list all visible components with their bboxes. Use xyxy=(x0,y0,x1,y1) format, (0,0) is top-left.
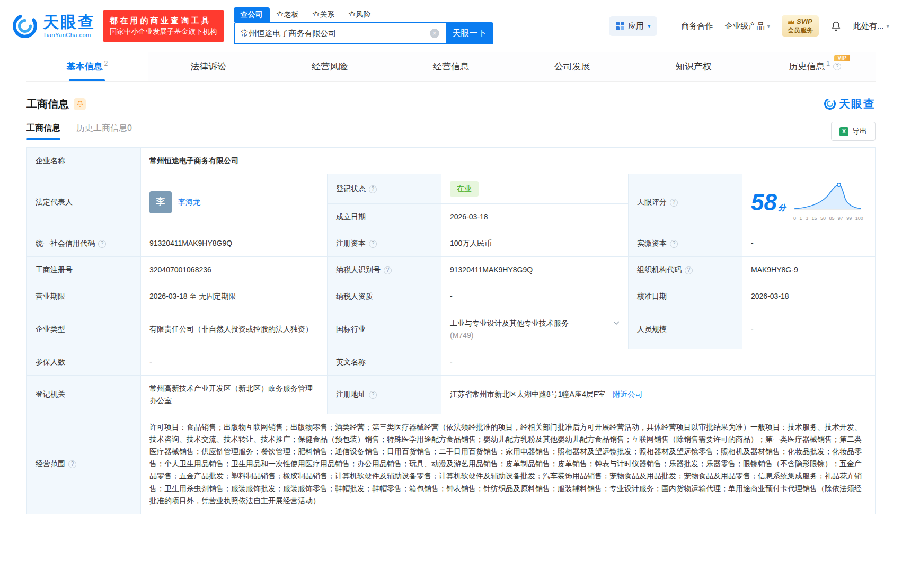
field-label-taxpayer-id: 纳税人识别号? xyxy=(328,257,441,283)
search-area: 查公司 查老板 查关系 查风险 × 天眼一下 xyxy=(234,7,493,44)
tab-label: 基本信息 xyxy=(67,60,103,73)
row-credit-capital: 统一社会信用代码? 91320411MAK9HY8G9Q 注册资本? 100万人… xyxy=(27,230,876,257)
search-tab-relation[interactable]: 查关系 xyxy=(306,7,342,22)
svg-text:X: X xyxy=(842,129,846,135)
label-text: 登记状态 xyxy=(336,184,366,193)
field-label-taxpayer-quality: 纳税人资质 xyxy=(328,283,441,310)
tab-intellectual-property[interactable]: 知识产权 xyxy=(633,52,754,81)
subscribe-bell-button[interactable] xyxy=(74,98,86,110)
help-icon[interactable]: ? xyxy=(384,266,392,274)
help-icon[interactable]: ? xyxy=(670,199,678,207)
legal-rep-link[interactable]: 李海龙 xyxy=(178,196,200,208)
business-scope-value: 许可项目：食品销售；出版物互联网销售；出版物零售；酒类经营；第三类医疗器械经营（… xyxy=(141,414,876,514)
chevron-down-icon[interactable] xyxy=(613,321,620,325)
field-label-paid-capital: 实缴资本? xyxy=(629,230,742,257)
help-icon[interactable]: ? xyxy=(369,185,377,193)
notification-bell-button[interactable] xyxy=(830,21,842,32)
tab-operation-risk[interactable]: 经营风险 xyxy=(269,52,391,81)
business-term-value: 2026-03-18 至 无固定期限 xyxy=(141,283,328,310)
field-label-approval-date: 核准日期 xyxy=(629,283,742,310)
field-label-reg-address: 注册地址? xyxy=(328,375,441,414)
search-tab-boss[interactable]: 查老板 xyxy=(270,7,306,22)
staff-size-value: - xyxy=(742,310,876,349)
tianyancha-logo-icon xyxy=(12,13,38,39)
menu-enterprise-products[interactable]: 企业级产品 ▾ xyxy=(724,21,770,31)
field-label-business-term: 营业期限 xyxy=(27,283,141,310)
top-header: 天眼查 TianYanCha.com 都 在 用 的 商 业 查 询 工 具 国… xyxy=(0,0,902,52)
reg-authority-value: 常州高新技术产业开发区（新北区）政务服务管理办公室 xyxy=(141,375,328,414)
help-icon[interactable]: ? xyxy=(369,240,377,248)
grid-icon xyxy=(616,22,624,30)
row-term-approval: 营业期限 2026-03-18 至 无固定期限 纳税人资质 - 核准日期 202… xyxy=(27,283,876,310)
field-label-business-scope: 经营范围? xyxy=(27,414,141,514)
help-icon[interactable]: ? xyxy=(833,63,841,70)
label-text: 人员规模 xyxy=(637,325,667,333)
promo-line2: 国家中小企业发展子基金旗下机构 xyxy=(110,26,217,38)
label-text: 英文名称 xyxy=(336,358,366,366)
taxpayer-quality-value: - xyxy=(441,283,629,310)
search-tabs: 查公司 查老板 查关系 查风险 xyxy=(234,7,493,22)
subtab-history-business-info[interactable]: 历史工商信息0 xyxy=(76,123,132,140)
caret-down-icon: ▾ xyxy=(767,23,770,30)
reg-address-value: 江苏省常州市新北区太湖中路8号1幢A座4层F室 xyxy=(450,390,605,398)
logo-text: 天眼查 TianYanCha.com xyxy=(43,14,95,38)
promo-banner: 都 在 用 的 商 业 查 询 工 具 国家中小企业发展子基金旗下机构 xyxy=(103,10,224,42)
tab-label: 经营风险 xyxy=(312,60,348,73)
field-label-company-name: 企业名称 xyxy=(27,148,141,174)
help-icon[interactable]: ? xyxy=(68,460,76,468)
cooperation-label: 商务合作 xyxy=(681,21,713,31)
nearby-companies-link[interactable]: 附近公司 xyxy=(613,390,642,398)
row-business-scope: 经营范围? 许可项目：食品销售；出版物互联网销售；出版物零售；酒类经营；第三类医… xyxy=(27,414,876,514)
tab-basic-info[interactable]: 基本信息 2 xyxy=(26,52,148,81)
search-tab-risk[interactable]: 查风险 xyxy=(342,7,378,22)
vip-tag: VIP xyxy=(834,55,850,61)
label-text: 营业期限 xyxy=(36,292,65,300)
field-label-staff-size: 人员规模 xyxy=(629,310,742,349)
logo-en: TianYanCha.com xyxy=(43,32,95,38)
field-label-reg-status: 登记状态? xyxy=(328,174,441,204)
logo-cn: 天眼查 xyxy=(43,14,95,30)
enterprise-label: 企业级产品 xyxy=(724,21,764,31)
search-button[interactable]: 天眼一下 xyxy=(446,22,493,44)
search-input[interactable] xyxy=(241,29,430,38)
search-input-wrap: × xyxy=(234,22,446,44)
user-account-menu[interactable]: 此处有... ▾ xyxy=(853,21,889,31)
tab-operation-info[interactable]: 经营信息 xyxy=(391,52,512,81)
help-icon[interactable]: ? xyxy=(685,266,693,274)
credit-code-value: 91320411MAK9HY8G9Q xyxy=(141,230,328,257)
row-type-industry: 企业类型 有限责任公司（非自然人投资或控股的法人独资） 国标行业 工业与专业设计… xyxy=(27,310,876,349)
help-icon[interactable]: ? xyxy=(369,391,377,399)
help-icon[interactable]: ? xyxy=(98,240,106,248)
help-icon[interactable]: ? xyxy=(670,240,678,248)
clear-icon[interactable]: × xyxy=(430,29,439,38)
score-curve-icon xyxy=(793,182,862,210)
bell-icon xyxy=(830,21,842,32)
subtab-business-info[interactable]: 工商信息 xyxy=(26,123,60,140)
search-tab-company[interactable]: 查公司 xyxy=(234,7,270,22)
field-label-reg-authority: 登记机关 xyxy=(27,375,141,414)
export-button[interactable]: X 导出 xyxy=(831,122,876,141)
tianyancha-logo[interactable]: 天眼查 TianYanCha.com xyxy=(12,13,95,39)
paid-capital-value: - xyxy=(742,230,876,257)
tab-legal-litigation[interactable]: 法律诉讼 xyxy=(148,52,269,81)
label-text: 纳税人识别号 xyxy=(336,265,381,274)
score-chart: 0 1 3 15 50 85 97 99 100 xyxy=(793,182,863,222)
tab-company-development[interactable]: 公司发展 xyxy=(511,52,633,81)
label-text: 经营范围 xyxy=(36,459,65,468)
score-value: 58分 xyxy=(751,191,786,214)
reg-status-cell: 在业 xyxy=(441,174,629,204)
label-text: 参保人数 xyxy=(36,358,65,366)
tab-count-badge: 2 xyxy=(104,60,108,67)
menu-cooperation[interactable]: 商务合作 xyxy=(681,21,713,31)
row-legal-rep-status: 法定代表人 李 李海龙 登记状态? 在业 天眼评分? 58分 xyxy=(27,174,876,204)
label-text: 统一社会信用代码 xyxy=(36,239,95,247)
apps-button[interactable]: 应用 ▾ xyxy=(609,16,658,36)
business-info-table: 企业名称 常州恒途电子商务有限公司 法定代表人 李 李海龙 登记状态? 在业 天… xyxy=(26,147,876,514)
taxpayer-id-value: 91320411MAK9HY8G9Q xyxy=(441,257,629,283)
tab-history-info[interactable]: VIP 历史信息 1 ? xyxy=(754,52,876,81)
brand-text: 天眼查 xyxy=(839,96,876,111)
tab-label: 法律诉讼 xyxy=(190,60,226,73)
field-label-legal-rep: 法定代表人 xyxy=(27,174,141,230)
svip-membership-badge[interactable]: SVIP 会员服务 xyxy=(782,15,819,36)
score-unit: 分 xyxy=(778,203,786,212)
